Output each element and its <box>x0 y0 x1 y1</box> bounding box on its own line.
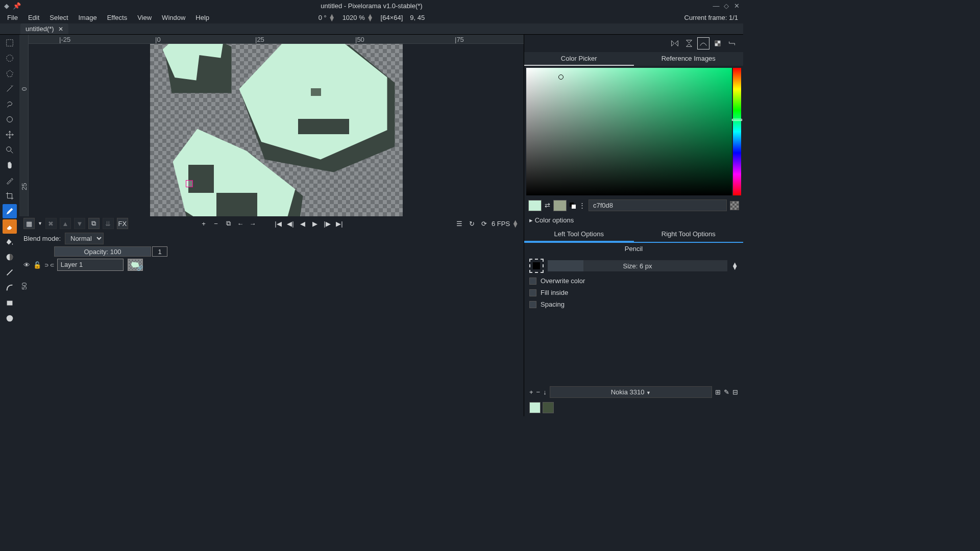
cel-thumbnail[interactable]: 🔗 <box>128 259 143 271</box>
alpha-lock-icon[interactable] <box>712 37 724 49</box>
menu-effects[interactable]: Effects <box>102 12 133 23</box>
tab-reference-images[interactable]: Reference Images <box>634 52 744 66</box>
minimize-icon[interactable]: — <box>713 2 720 9</box>
palette-edit-icon[interactable]: ✎ <box>724 388 729 396</box>
maximize-icon[interactable]: ◇ <box>723 2 730 9</box>
menu-view[interactable]: View <box>132 12 157 23</box>
onion-skin-button[interactable]: ☰ <box>455 219 464 228</box>
loop-button[interactable]: ↻ <box>467 219 476 228</box>
canvas-viewport[interactable] <box>29 44 524 216</box>
polygon-select-tool[interactable] <box>3 66 17 81</box>
zoom-tool[interactable] <box>3 143 17 157</box>
clone-layer-button[interactable]: ⧉ <box>88 218 100 229</box>
layer-lock-icon[interactable]: 🔓 <box>33 261 41 269</box>
lasso-tool[interactable] <box>3 97 17 111</box>
play-forward-button[interactable]: ▶ <box>310 219 320 228</box>
ellipse-select-tool[interactable] <box>3 51 17 65</box>
remove-frame-button[interactable]: − <box>211 219 220 228</box>
fps-input[interactable]: 6 FPS▲▼ <box>492 220 519 228</box>
default-colors-icon[interactable] <box>570 203 576 209</box>
fill-inside-checkbox[interactable] <box>529 289 536 296</box>
palette-select[interactable]: Nokia 3310 ▼ <box>550 386 712 398</box>
prev-frame-button[interactable]: ◀| <box>286 219 295 228</box>
move-layer-up-button[interactable]: ▲ <box>60 218 71 229</box>
palette-swatch-1[interactable] <box>543 402 554 413</box>
swap-colors-icon[interactable]: ⇄ <box>545 202 550 209</box>
menu-file[interactable]: File <box>2 12 23 23</box>
clone-frame-button[interactable]: ⧉ <box>224 219 233 228</box>
layer-visibility-icon[interactable]: 👁 <box>23 261 30 269</box>
menu-image[interactable]: Image <box>74 12 102 23</box>
shading-tool[interactable] <box>3 250 17 264</box>
hue-slider[interactable] <box>733 68 741 195</box>
paint-select-tool[interactable] <box>3 112 17 127</box>
remove-palette-button[interactable]: − <box>536 388 541 396</box>
pan-tool[interactable] <box>3 158 17 172</box>
tab-left-tool-options[interactable]: Left Tool Options <box>524 227 634 242</box>
add-frame-button[interactable]: + <box>199 219 208 228</box>
onion-settings-button[interactable]: ⟳ <box>479 219 488 228</box>
merge-layer-button[interactable]: ⇊ <box>103 218 114 229</box>
move-frame-left-button[interactable]: ← <box>236 219 245 228</box>
rotation-input[interactable]: 0 °▲▼ <box>318 14 335 21</box>
hex-input[interactable]: c7f0d8 <box>589 199 727 211</box>
secondary-color-swatch[interactable] <box>553 200 567 211</box>
layer-link-icon[interactable]: ⊃ ⊂ <box>44 262 54 268</box>
brush-preview[interactable] <box>529 259 544 273</box>
palette-lock-icon[interactable]: ⊟ <box>732 388 738 396</box>
opacity-slider[interactable]: Opacity: 100 <box>54 246 151 257</box>
remove-layer-button[interactable]: ✖ <box>45 218 57 229</box>
tab-right-tool-options[interactable]: Right Tool Options <box>634 227 744 242</box>
palette-grid-icon[interactable]: ⊞ <box>715 388 721 396</box>
line-tool[interactable] <box>3 265 17 280</box>
vertical-ruler[interactable]: 0 25 50 <box>19 35 29 216</box>
ellipse-tool[interactable] <box>3 311 17 325</box>
brush-size-slider[interactable]: Size: 6 px <box>548 260 727 271</box>
layer-type-dropdown-icon[interactable]: ▼ <box>38 221 42 226</box>
dynamics-icon[interactable] <box>726 37 738 49</box>
close-window-icon[interactable]: ✕ <box>733 2 740 9</box>
pixel-perfect-icon[interactable] <box>697 37 709 49</box>
crop-tool[interactable] <box>3 189 17 203</box>
tab-color-picker[interactable]: Color Picker <box>524 52 634 66</box>
add-layer-button[interactable]: ▦ <box>23 218 35 229</box>
bucket-tool[interactable] <box>3 235 17 249</box>
layer-fx-button[interactable]: FX <box>117 218 128 229</box>
sort-palette-button[interactable]: ↓ <box>543 388 547 396</box>
color-mode-icon[interactable]: ⋮ <box>579 202 585 209</box>
close-tab-icon[interactable]: ✕ <box>58 26 63 33</box>
magic-wand-tool[interactable] <box>3 82 17 96</box>
add-palette-button[interactable]: + <box>529 388 533 396</box>
sv-cursor[interactable] <box>558 74 564 80</box>
zoom-input[interactable]: 1020 %▲▼ <box>342 14 374 21</box>
color-options-expander[interactable]: ▸ Color options <box>524 213 743 227</box>
palette-swatch-0[interactable] <box>529 402 541 413</box>
play-backward-button[interactable]: ◀ <box>298 219 307 228</box>
eraser-tool[interactable] <box>3 219 17 234</box>
primary-color-swatch[interactable] <box>528 200 542 211</box>
tab-untitled[interactable]: untitled(*) ✕ <box>20 23 68 34</box>
pin-icon[interactable]: 📌 <box>13 2 20 9</box>
next-frame-button[interactable]: |▶ <box>323 219 332 228</box>
horizontal-ruler[interactable]: |-25 |0 |25 |50 |75 <box>29 35 524 44</box>
menu-select[interactable]: Select <box>44 12 73 23</box>
move-tool[interactable] <box>3 128 17 142</box>
pencil-tool[interactable] <box>3 204 17 218</box>
color-picker-tool[interactable] <box>3 173 17 188</box>
layer-name-input[interactable]: Layer 1 <box>57 259 124 271</box>
spacing-checkbox[interactable] <box>529 301 536 308</box>
color-picker-area[interactable] <box>526 68 741 195</box>
frame-header-1[interactable]: 1 <box>152 246 167 257</box>
rectangle-tool[interactable] <box>3 296 17 310</box>
mirror-y-icon[interactable] <box>683 37 695 49</box>
move-frame-right-button[interactable]: → <box>248 219 257 228</box>
first-frame-button[interactable]: |◀ <box>274 219 283 228</box>
last-frame-button[interactable]: ▶| <box>335 219 344 228</box>
curve-tool[interactable] <box>3 281 17 295</box>
size-spinner[interactable]: ▲▼ <box>731 262 738 269</box>
overwrite-color-checkbox[interactable] <box>529 278 536 285</box>
canvas[interactable] <box>150 44 403 216</box>
rect-select-tool[interactable] <box>3 36 17 50</box>
mirror-x-icon[interactable] <box>669 37 681 49</box>
menu-window[interactable]: Window <box>157 12 190 23</box>
